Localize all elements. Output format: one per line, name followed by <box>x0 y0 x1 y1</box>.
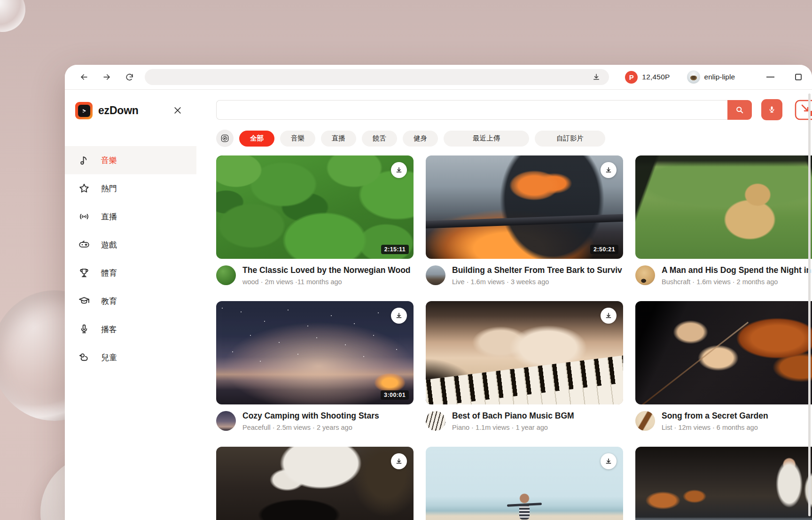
video-thumbnail[interactable] <box>216 447 414 520</box>
sidebar-item-podcast[interactable]: 播客 <box>65 315 196 343</box>
microphone-icon <box>767 105 776 114</box>
video-subtitle: List · 12m views · 6 months ago <box>662 424 768 431</box>
trophy-icon <box>78 267 90 279</box>
download-icon <box>395 458 403 465</box>
video-thumbnail[interactable]: 3:01:23 <box>426 301 623 404</box>
app-content: ezDown 音樂 <box>65 90 812 520</box>
sidebar-item-kids[interactable]: 兒童 <box>65 343 196 372</box>
sidebar-item-trending[interactable]: 熱門 <box>65 174 196 202</box>
video-card[interactable]: 2:50:21 Building a Shelter From Tree Bar… <box>426 155 623 301</box>
video-card[interactable]: 3:01:23 Best of Bach Piano Music BGM Pia… <box>426 301 623 447</box>
video-title[interactable]: Song from a Secret Garden <box>662 411 768 421</box>
explore-chip[interactable] <box>216 130 234 147</box>
filter-chips-row: 全部 音樂 直播 饒舌 健身 最近上傳 自訂影片 <box>216 130 812 147</box>
thumbnail-download-button[interactable] <box>601 308 617 324</box>
graduation-cap-icon <box>78 295 90 307</box>
filter-chip-live[interactable]: 直播 <box>321 131 356 147</box>
back-button[interactable] <box>76 69 92 85</box>
video-title[interactable]: Cozy Camping with Shooting Stars <box>242 411 379 421</box>
channel-avatar[interactable] <box>216 411 236 431</box>
sidebar-item-education[interactable]: 教育 <box>65 287 196 315</box>
channel-avatar[interactable] <box>216 265 236 285</box>
reload-button[interactable] <box>121 69 137 85</box>
video-subtitle: Live · 1.6m views · 3 weeks ago <box>452 278 622 286</box>
video-meta: Cozy Camping with Shooting Stars Peacefu… <box>216 404 414 431</box>
video-card[interactable]: 3:00:01 Cozy Camping with Shooting Stars… <box>216 301 414 447</box>
sidebar-item-games[interactable]: 遊戲 <box>65 231 196 259</box>
thumbnail-download-button[interactable] <box>601 453 617 469</box>
desktop-background: P 12,450P enlip-liple ezDow <box>0 0 812 520</box>
arrow-right-icon <box>102 72 111 82</box>
username: enlip-liple <box>704 73 735 81</box>
microphone-icon <box>78 323 90 335</box>
video-title[interactable]: Best of Bach Piano Music BGM <box>452 411 574 421</box>
channel-avatar[interactable] <box>426 411 445 431</box>
points-value: 12,450P <box>642 73 670 81</box>
voice-search-button[interactable] <box>761 99 782 120</box>
thumbnail-download-button[interactable] <box>601 162 617 178</box>
user-avatar[interactable] <box>687 70 700 84</box>
arrow-left-icon <box>79 72 89 82</box>
video-card[interactable] <box>635 447 812 520</box>
video-thumbnail[interactable]: 2:50:21 <box>426 155 623 259</box>
video-card[interactable]: Song from a Secret Garden List · 12m vie… <box>635 301 812 447</box>
video-thumbnail[interactable]: 2:15:11 <box>216 155 414 259</box>
filter-chip-all[interactable]: 全部 <box>239 131 274 147</box>
points-balance[interactable]: P 12,450P <box>625 71 670 84</box>
video-thumbnail[interactable] <box>635 155 812 259</box>
account-menu[interactable]: enlip-liple <box>687 70 735 84</box>
filter-chip-fitness[interactable]: 健身 <box>403 131 438 147</box>
filter-chip-music[interactable]: 音樂 <box>280 131 315 147</box>
video-thumbnail[interactable] <box>426 447 623 520</box>
video-text: The Classic Loved by the Norwegian Wood … <box>242 265 411 286</box>
sidebar-item-label: 教育 <box>101 296 117 307</box>
filter-chip-rap[interactable]: 饒舌 <box>362 131 397 147</box>
forward-button[interactable] <box>99 69 115 85</box>
search-row <box>216 99 812 120</box>
video-thumbnail[interactable]: 3:00:01 <box>216 301 414 404</box>
sidebar-menu: 音樂 熱門 直播 <box>65 146 196 372</box>
close-icon <box>173 106 182 115</box>
thumbnail-download-button[interactable] <box>391 453 407 469</box>
video-thumbnail[interactable] <box>635 447 812 520</box>
channel-avatar[interactable] <box>635 411 655 431</box>
points-badge-icon: P <box>625 71 638 84</box>
video-title[interactable]: A Man and His Dog Spend the Night in a H <box>662 265 812 275</box>
video-card[interactable]: A Man and His Dog Spend the Night in a H… <box>635 155 812 301</box>
sidebar-item-label: 播客 <box>101 324 117 335</box>
sidebar-item-label: 兒童 <box>101 352 117 363</box>
filter-chip-recent-uploads[interactable]: 最近上傳 <box>444 131 529 147</box>
vertical-scrollbar[interactable] <box>808 93 811 516</box>
sidebar: ezDown 音樂 <box>65 90 196 520</box>
video-title[interactable]: Building a Shelter From Tree Bark to Sur… <box>452 265 622 275</box>
address-bar[interactable] <box>145 69 609 85</box>
search-input[interactable] <box>216 100 727 120</box>
video-thumbnail[interactable] <box>635 301 812 404</box>
search-button[interactable] <box>727 100 752 120</box>
minimize-button[interactable] <box>764 71 776 83</box>
filter-chip-custom-videos[interactable]: 自訂影片 <box>535 131 605 147</box>
video-subtitle: Piano · 1.1m views · 1 year ago <box>452 424 574 431</box>
gamepad-icon <box>78 239 90 251</box>
download-icon[interactable] <box>592 73 601 81</box>
channel-avatar[interactable] <box>426 265 445 285</box>
video-card[interactable] <box>426 447 623 520</box>
sidebar-item-live[interactable]: 直播 <box>65 202 196 231</box>
thumbnail-download-button[interactable] <box>391 308 407 324</box>
maximize-button[interactable] <box>792 71 804 83</box>
thumbnail-download-button[interactable] <box>391 162 407 178</box>
app-logo-play-icon <box>78 105 90 117</box>
sidebar-header: ezDown <box>65 90 196 146</box>
video-card[interactable]: 2:15:11 The Classic Loved by the Norwegi… <box>216 155 414 301</box>
app-name: ezDown <box>98 104 139 117</box>
channel-avatar[interactable] <box>635 265 655 285</box>
sidebar-item-label: 熱門 <box>101 183 117 194</box>
sidebar-item-sports[interactable]: 體育 <box>65 259 196 287</box>
video-card[interactable] <box>216 447 414 520</box>
video-title[interactable]: The Classic Loved by the Norwegian Wood <box>242 265 411 275</box>
sidebar-item-music[interactable]: 音樂 <box>65 146 196 174</box>
live-signal-icon <box>78 210 90 223</box>
browser-toolbar[interactable]: P 12,450P enlip-liple <box>65 65 812 90</box>
sidebar-close-button[interactable] <box>173 106 182 115</box>
duration-badge: 3:00:01 <box>381 390 409 400</box>
